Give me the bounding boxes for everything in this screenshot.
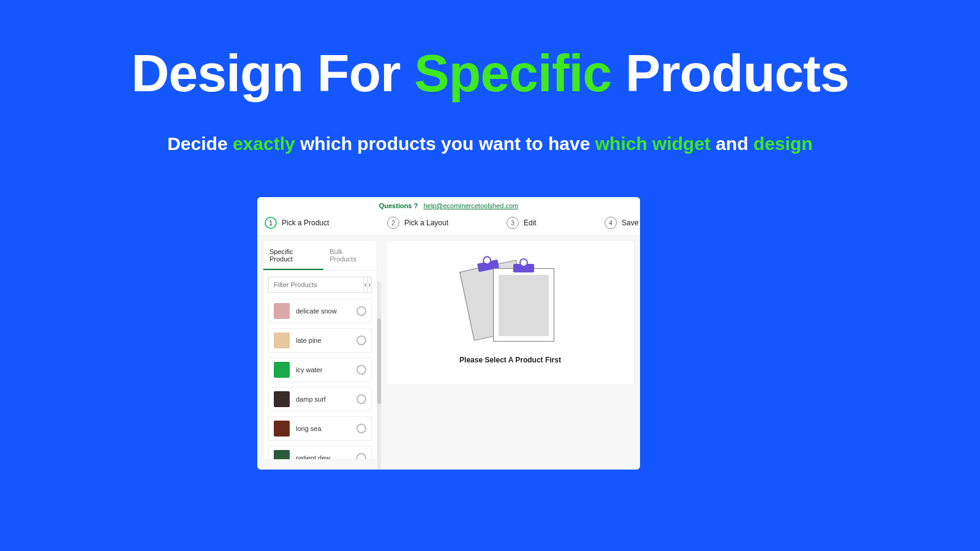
filter-row: ‹ ›	[263, 271, 377, 299]
product-radio[interactable]	[356, 365, 366, 375]
tab-bulk-products[interactable]: Bulk Products	[323, 241, 377, 270]
help-label: Questions ?	[379, 202, 418, 209]
product-name: patient dew	[296, 454, 350, 459]
product-radio[interactable]	[356, 394, 366, 404]
step-num: 2	[387, 217, 399, 229]
product-thumbnail	[274, 450, 290, 459]
step-label: Pick a Product	[282, 219, 329, 227]
hero-title-pre: Design For	[131, 43, 414, 102]
placeholder-text: Please Select A Product First	[459, 356, 561, 364]
tab-specific-product[interactable]: Specific Product	[263, 241, 323, 270]
product-thumbnail	[274, 421, 290, 437]
product-thumbnail	[274, 303, 290, 319]
step-label: Edit	[524, 219, 537, 227]
hero-title: Design For Specific Products	[0, 43, 980, 103]
product-row[interactable]: patient dew	[268, 446, 372, 459]
product-thumbnail	[274, 332, 290, 348]
app-body: Specific Product Bulk Products ‹ › delic…	[257, 236, 640, 459]
step-pick-product[interactable]: 1 Pick a Product	[265, 217, 387, 229]
hero-subtitle: Decide exactly which products you want t…	[0, 133, 980, 154]
preview-panel: Please Select A Product First	[386, 241, 634, 384]
product-row[interactable]: icy water	[268, 358, 372, 382]
app-window: Questions ? help@ecommercetoolshed.com 1…	[257, 197, 640, 470]
topbar: Questions ? help@ecommercetoolshed.com 1…	[257, 197, 640, 236]
product-radio[interactable]	[356, 453, 366, 459]
product-name: delicate snow	[296, 307, 350, 315]
product-row[interactable]: long sea	[268, 416, 372, 441]
product-row[interactable]: late pine	[268, 328, 372, 353]
product-list: delicate snowlate pineicy waterdamp surf…	[263, 299, 377, 459]
clipboard-front-icon	[493, 268, 554, 342]
product-name: damp surf	[296, 395, 350, 403]
hero-title-accent: Specific	[414, 43, 611, 102]
product-name: icy water	[296, 366, 350, 373]
help-line: Questions ? help@ecommercetoolshed.com	[257, 202, 640, 213]
step-num: 1	[265, 217, 277, 229]
product-radio[interactable]	[356, 306, 366, 316]
step-edit[interactable]: 3 Edit	[507, 217, 605, 229]
product-radio[interactable]	[356, 424, 366, 433]
chevron-right-icon: ›	[368, 280, 371, 289]
stepper: 1 Pick a Product 2 Pick a Layout 3 Edit …	[257, 213, 640, 235]
step-num: 3	[507, 217, 519, 229]
product-name: late pine	[296, 337, 350, 344]
scrollbar-thumb[interactable]	[377, 318, 381, 404]
scrollbar-track[interactable]	[377, 282, 381, 470]
product-row[interactable]: delicate snow	[268, 299, 372, 323]
clipboard-placeholder-icon	[455, 247, 565, 351]
hero-title-post: Products	[611, 43, 849, 102]
product-row[interactable]: damp surf	[268, 387, 372, 411]
product-tabs: Specific Product Bulk Products	[263, 241, 377, 271]
chevron-left-icon: ‹	[364, 280, 367, 289]
product-thumbnail	[274, 391, 290, 407]
product-panel: Specific Product Bulk Products ‹ › delic…	[263, 241, 377, 459]
product-name: long sea	[296, 425, 350, 432]
step-label: Pick a Layout	[404, 219, 448, 227]
step-num: 4	[605, 217, 617, 229]
product-radio[interactable]	[356, 335, 366, 345]
step-pick-layout[interactable]: 2 Pick a Layout	[387, 217, 507, 229]
step-label: Save	[622, 219, 638, 227]
help-email-link[interactable]: help@ecommercetoolshed.com	[423, 202, 518, 209]
step-save[interactable]: 4 Save	[605, 217, 638, 229]
pager-prev-button[interactable]: ‹	[363, 277, 368, 293]
clip-icon	[513, 264, 534, 272]
filter-products-input[interactable]	[268, 277, 363, 293]
pager-next-button[interactable]: ›	[368, 277, 372, 293]
product-thumbnail	[274, 362, 290, 378]
